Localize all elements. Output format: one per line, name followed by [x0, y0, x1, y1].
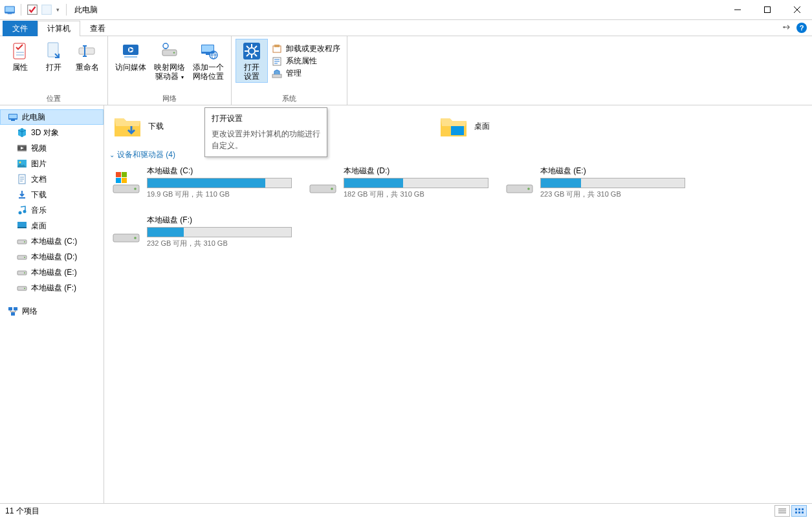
drive-usage-bar — [147, 178, 292, 188]
drive-usage-bar — [147, 227, 292, 237]
folder-item[interactable]: 桌面 — [435, 108, 583, 144]
rename-icon — [77, 41, 98, 61]
nav-pane[interactable]: 此电脑 3D 对象视频图片文档下载音乐桌面本地磁盘 (C:)本地磁盘 (D:)本… — [0, 105, 104, 503]
drive-free-text: 19.9 GB 可用，共 110 GB — [147, 189, 292, 199]
svg-rect-2 — [8, 14, 12, 14]
svg-point-87 — [331, 188, 333, 190]
content-pane[interactable]: 下载音乐桌面 ⌄ 设备和驱动器 (4) 本地磁盘 (C:)19.9 GB 可用，… — [104, 105, 812, 503]
minimize-ribbon-icon[interactable] — [782, 23, 791, 32]
qat-dropdown-icon[interactable]: ▾ — [55, 6, 61, 13]
drive-item[interactable]: 本地磁盘 (C:)19.9 GB 可用，共 110 GB — [109, 164, 293, 200]
nav-item-4[interactable]: 下载 — [0, 187, 104, 202]
settings-gear-icon — [241, 41, 262, 61]
download-icon — [17, 189, 27, 200]
nav-item-10[interactable]: 本地磁盘 (F:) — [0, 280, 104, 296]
map-drive-icon — [159, 41, 180, 61]
svg-point-63 — [23, 210, 27, 213]
svg-rect-74 — [8, 307, 12, 310]
open-settings-button[interactable]: 打开设置 — [236, 39, 268, 83]
svg-point-81 — [134, 188, 137, 190]
folder-icon — [112, 111, 143, 142]
drive-name: 本地磁盘 (D:) — [344, 166, 488, 177]
nav-item-5[interactable]: 音乐 — [0, 202, 104, 218]
qat-blank-icon[interactable] — [41, 4, 52, 16]
nav-item-3[interactable]: 文档 — [0, 171, 104, 187]
nav-network[interactable]: 网络 — [0, 303, 104, 319]
svg-rect-79 — [451, 126, 464, 135]
chevron-down-icon: ⌄ — [109, 151, 115, 158]
svg-point-23 — [173, 52, 175, 54]
drive-item[interactable]: 本地磁盘 (F:)232 GB 可用，共 310 GB — [109, 213, 293, 250]
nav-item-1[interactable]: 视频 — [0, 140, 104, 156]
svg-rect-10 — [14, 43, 25, 59]
nav-item-7[interactable]: 本地磁盘 (C:) — [0, 233, 104, 249]
rename-button[interactable]: 重命名 — [71, 39, 104, 74]
svg-rect-95 — [795, 508, 797, 510]
system-properties-button[interactable]: 系统属性 — [269, 55, 343, 67]
tab-file[interactable]: 文件 — [3, 21, 38, 36]
drive-name: 本地磁盘 (C:) — [147, 166, 292, 177]
svg-rect-61 — [19, 197, 25, 199]
svg-rect-75 — [14, 307, 17, 310]
tab-view[interactable]: 查看 — [80, 21, 115, 36]
status-bar: 11 个项目 — [0, 503, 812, 518]
svg-point-71 — [24, 272, 25, 274]
group-caption-system: 系统 — [236, 92, 343, 105]
doc-icon — [17, 174, 27, 184]
titlebar: ▾ 此电脑 — [0, 0, 812, 20]
window-controls — [723, 0, 812, 19]
open-button[interactable]: 打开 — [38, 39, 70, 74]
open-icon — [43, 41, 64, 61]
svg-rect-98 — [795, 512, 797, 513]
manage-button[interactable]: 管理 — [269, 67, 343, 80]
svg-point-9 — [784, 27, 785, 28]
pc-icon — [8, 112, 18, 122]
quick-access-toolbar: ▾ — [0, 4, 69, 16]
drive-icon — [111, 215, 142, 246]
picture-icon — [17, 158, 27, 169]
map-drive-button[interactable]: 映射网络驱动器 ▾ — [151, 39, 188, 84]
app-icon — [4, 4, 16, 16]
svg-point-62 — [19, 211, 22, 215]
video-icon — [17, 143, 27, 153]
minimize-button[interactable] — [723, 0, 752, 19]
drive-name: 本地磁盘 (F:) — [147, 215, 292, 226]
svg-rect-1 — [5, 7, 14, 12]
nav-item-2[interactable]: 图片 — [0, 156, 104, 171]
tab-computer[interactable]: 计算机 — [38, 21, 80, 36]
network-icon — [8, 306, 18, 316]
qat-checkbox-icon[interactable] — [27, 4, 38, 16]
nav-item-9[interactable]: 本地磁盘 (E:) — [0, 264, 104, 280]
drive-usage-bar — [540, 178, 685, 188]
svg-rect-85 — [122, 178, 127, 183]
nav-this-pc[interactable]: 此电脑 — [0, 109, 104, 125]
cube-icon — [17, 127, 27, 138]
svg-rect-42 — [274, 45, 280, 47]
svg-rect-99 — [798, 512, 800, 513]
svg-rect-96 — [798, 508, 800, 510]
properties-button[interactable]: 属性 — [4, 39, 36, 74]
view-icons-button[interactable] — [791, 505, 807, 517]
separator — [21, 4, 21, 16]
uninstall-icon — [272, 44, 282, 54]
drive-item[interactable]: 本地磁盘 (E:)223 GB 可用，共 310 GB — [503, 164, 686, 200]
view-details-button[interactable] — [774, 505, 790, 517]
nav-item-8[interactable]: 本地磁盘 (D:) — [0, 249, 104, 264]
help-icon[interactable]: ? — [796, 23, 807, 33]
access-media-button[interactable]: 访问媒体 — [112, 39, 149, 74]
system-properties-icon — [272, 56, 282, 67]
svg-rect-84 — [116, 178, 121, 183]
add-network-location-button[interactable]: 添加一个网络位置 — [190, 39, 227, 83]
svg-rect-14 — [79, 48, 94, 54]
maximize-button[interactable] — [752, 0, 782, 19]
drive-name: 本地磁盘 (E:) — [540, 166, 685, 177]
separator — [66, 4, 67, 16]
close-button[interactable] — [782, 0, 812, 19]
ribbon: 属性 打开 重命名 位置 — [0, 36, 812, 105]
drive-item[interactable]: 本地磁盘 (D:)182 GB 可用，共 310 GB — [306, 164, 490, 200]
nav-item-6[interactable]: 桌面 — [0, 218, 104, 233]
uninstall-programs-button[interactable]: 卸载或更改程序 — [269, 43, 343, 55]
nav-item-0[interactable]: 3D 对象 — [0, 125, 104, 140]
svg-rect-97 — [802, 508, 804, 510]
svg-point-56 — [19, 162, 21, 164]
